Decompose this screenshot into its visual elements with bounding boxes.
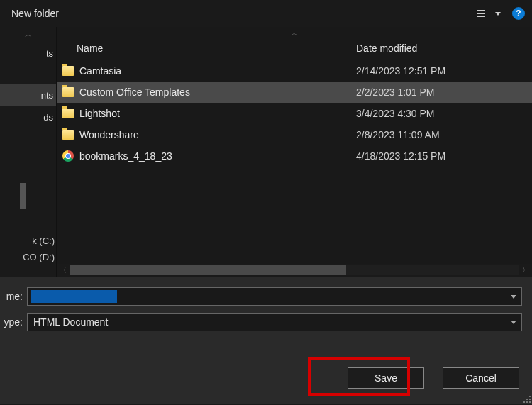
file-name: Lightshot: [79, 108, 350, 119]
chrome-icon: [61, 150, 75, 162]
sidebar-item[interactable]: ts: [0, 43, 56, 65]
save-form: me: ype: HTML Document Save Cancel: [0, 277, 532, 404]
new-folder-button[interactable]: New folder: [11, 8, 59, 19]
file-date: 2/8/2023 11:09 AM: [350, 129, 532, 140]
folder-icon: [61, 107, 75, 120]
file-date: 3/4/2023 4:30 PM: [350, 108, 532, 119]
help-button[interactable]: ?: [512, 7, 525, 20]
file-date: 2/14/2023 12:51 PM: [350, 65, 532, 77]
file-row[interactable]: bookmarks_4_18_23 4/18/2023 12:15 PM: [57, 145, 532, 167]
drive-item[interactable]: CO (D:): [0, 249, 56, 265]
toolbar: New folder ?: [0, 0, 532, 27]
filename-combo[interactable]: [27, 287, 522, 306]
file-name: Custom Office Templates: [79, 87, 350, 98]
sidebar-item[interactable]: ds: [0, 106, 56, 128]
filetype-value: HTML Document: [28, 316, 506, 328]
navigation-sidebar: ︿ ts nts ds k (C:) CO (D:): [0, 27, 57, 277]
scrollbar-track[interactable]: [70, 265, 519, 275]
save-button[interactable]: Save: [348, 367, 424, 389]
drive-item[interactable]: k (C:): [0, 233, 56, 249]
column-header-date[interactable]: Date modified: [350, 43, 532, 54]
file-browser: ︿ Name Date modified Camtasia 2/14/2023 …: [57, 27, 532, 277]
filetype-dropdown-button[interactable]: [506, 314, 521, 331]
file-date: 4/18/2023 12:15 PM: [350, 150, 532, 162]
chevron-down-icon: [511, 295, 516, 299]
scroll-left-button[interactable]: 〈: [57, 265, 70, 275]
folder-icon: [61, 65, 75, 77]
file-date: 2/2/2023 1:01 PM: [350, 87, 532, 98]
filetype-combo[interactable]: HTML Document: [27, 313, 522, 331]
file-row[interactable]: Wondershare 2/8/2023 11:09 AM: [57, 124, 532, 145]
file-name: Wondershare: [79, 129, 350, 140]
scroll-right-button[interactable]: 〉: [519, 265, 532, 275]
file-row[interactable]: Custom Office Templates 2/2/2023 1:01 PM: [57, 82, 532, 103]
filename-label: me:: [0, 291, 27, 302]
horizontal-scrollbar: 〈 〉: [57, 264, 532, 277]
resize-grip[interactable]: [522, 394, 531, 403]
file-row[interactable]: Lightshot 3/4/2023 4:30 PM: [57, 103, 532, 124]
file-name: Camtasia: [79, 65, 350, 77]
chevron-down-icon: [495, 12, 501, 16]
folder-icon: [61, 86, 75, 99]
sidebar-scroll-up[interactable]: ︿: [0, 27, 56, 43]
sidebar-item[interactable]: [0, 65, 56, 84]
sidebar-scrollbar-thumb[interactable]: [20, 183, 26, 209]
view-mode-dropdown[interactable]: [477, 10, 501, 17]
column-header-name[interactable]: Name: [57, 43, 350, 54]
cancel-button[interactable]: Cancel: [443, 367, 519, 389]
column-headers: Name Date modified: [57, 40, 532, 60]
file-row[interactable]: Camtasia 2/14/2023 12:51 PM: [57, 60, 532, 82]
chevron-down-icon: [511, 321, 516, 324]
scrollbar-thumb[interactable]: [70, 265, 346, 275]
file-list: Camtasia 2/14/2023 12:51 PM Custom Offic…: [57, 60, 532, 264]
list-view-icon: [477, 10, 485, 17]
filetype-label: ype:: [0, 316, 27, 328]
sidebar-item[interactable]: nts: [0, 84, 56, 106]
filename-dropdown-button[interactable]: [506, 288, 521, 305]
folder-icon: [61, 128, 75, 141]
file-name: bookmarks_4_18_23: [79, 150, 350, 162]
filename-input[interactable]: [28, 288, 506, 305]
column-sort-indicator: ︿: [57, 27, 532, 40]
